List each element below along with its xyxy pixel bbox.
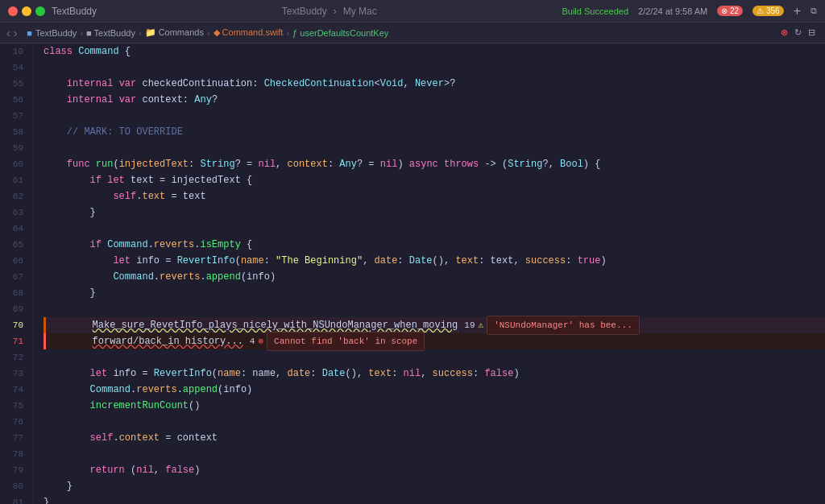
kw-class: class — [44, 43, 78, 60]
code-line-57 — [44, 108, 825, 124]
tab-label[interactable]: TextBuddy — [282, 6, 327, 17]
ln-80: 80 — [6, 478, 23, 494]
toolbar-icon-split[interactable]: ⊟ — [808, 27, 815, 38]
err-count-71: 4 — [250, 333, 255, 349]
err-icon-71: ⊗ — [258, 333, 263, 349]
ln-63: 63 — [6, 204, 23, 221]
nav-forward[interactable]: › — [14, 27, 18, 39]
breadcrumb-commands[interactable]: 📁 Commands — [145, 27, 204, 38]
ln-65: 65 — [6, 237, 23, 253]
code-line-55: internal var checkedContinuation: Checke… — [44, 76, 825, 92]
code-line-63: } — [44, 204, 825, 221]
tab-separator: › — [334, 6, 337, 17]
add-tab-button[interactable]: + — [794, 4, 801, 19]
toolbar-icon-refresh[interactable]: ↻ — [794, 27, 802, 38]
code-line-67: Command.reverts.append(info) — [44, 269, 825, 285]
titlebar-right: Build Succeeded 2/2/24 at 9:58 AM ⊗ 22 ⚠… — [562, 4, 817, 19]
ln-61: 61 — [6, 172, 23, 188]
breadcrumb-textbuddy[interactable]: TextBuddy — [35, 28, 77, 38]
ln-62: 62 — [6, 188, 23, 204]
ln-70: 70 — [6, 317, 23, 333]
titlebar-left: TextBuddy — [8, 6, 97, 17]
app-title: TextBuddy — [52, 6, 97, 17]
ln-56: 56 — [6, 92, 23, 108]
error-msg-71: Cannot find 'back' in scope — [267, 332, 425, 351]
code-line-66: let info = RevertInfo(name: "The Beginni… — [44, 253, 825, 269]
line-numbers: 10 54 55 56 57 58 59 60 61 62 63 64 65 6… — [0, 43, 34, 504]
code-line-61: if let text = injectedText { — [44, 172, 825, 188]
code-line-72 — [44, 349, 825, 366]
code-line-59 — [44, 140, 825, 156]
ln-71: 71 — [6, 333, 23, 349]
ln-10: 10 — [6, 43, 23, 60]
code-line-65: if Command.reverts.isEmpty { — [44, 237, 825, 253]
code-line-71: forward/back_in history... 4 ⊗ Cannot fi… — [44, 333, 825, 349]
code-line-78 — [44, 446, 825, 462]
code-line-64 — [44, 221, 825, 237]
maximize-button[interactable] — [35, 6, 45, 16]
error-badge: ⊗ 22 — [717, 6, 743, 16]
ln-69: 69 — [6, 301, 23, 317]
editor: 10 54 55 56 57 58 59 60 61 62 63 64 65 6… — [0, 43, 825, 504]
code-line-54 — [44, 60, 825, 76]
code-line-81: } — [44, 494, 825, 504]
breadcrumb-sep-3: › — [207, 28, 210, 38]
build-status: Build Succeeded — [562, 6, 628, 16]
code-line-58: // MARK: TO OVERRIDE — [44, 124, 825, 140]
ln-81: 81 — [6, 494, 23, 504]
ln-68: 68 — [6, 285, 23, 301]
code-line-79: return (nil, false) — [44, 462, 825, 478]
code-line-73: let info = RevertInfo(name: name, date: … — [44, 366, 825, 382]
code-line-69 — [44, 301, 825, 317]
breadcrumb-method[interactable]: ƒ userDefaultsCountKey — [292, 28, 388, 38]
nav-back[interactable]: ‹ — [6, 27, 10, 39]
titlebar: TextBuddy TextBuddy › My Mac Build Succe… — [0, 0, 825, 23]
traffic-lights[interactable] — [8, 6, 45, 16]
ln-76: 76 — [6, 414, 23, 430]
warn-icon-70: ⚠ — [479, 317, 484, 333]
close-button[interactable] — [8, 6, 18, 16]
breadcrumb-nav: ‹ › — [6, 27, 17, 39]
ln-54: 54 — [6, 60, 23, 76]
window-button[interactable]: ⧉ — [810, 6, 817, 16]
code-line-62: self.text = text — [44, 188, 825, 204]
code-line-76 — [44, 414, 825, 430]
warn-count-70: 19 — [464, 317, 475, 333]
code-line-56: internal var context: Any? — [44, 92, 825, 108]
code-line-75: incrementRunCount() — [44, 398, 825, 414]
error-msg-70: 'NSUndoManager' has bee... — [487, 316, 640, 335]
ln-78: 78 — [6, 446, 23, 462]
code-line-70: Make_sure_RevetInfo_plays_nicely_with_NS… — [44, 317, 825, 333]
ln-60: 60 — [6, 156, 23, 172]
ln-58: 58 — [6, 124, 23, 140]
ln-72: 72 — [6, 349, 23, 366]
breadcrumb-bar: ‹ › ■ TextBuddy › ■ TextBuddy › 📁 Comman… — [0, 23, 825, 43]
build-date: 2/2/24 at 9:58 AM — [638, 6, 707, 16]
breadcrumb-sep-1: › — [80, 28, 83, 38]
titlebar-center: TextBuddy › My Mac — [282, 6, 377, 17]
warning-badge: ⚠ 356 — [752, 6, 783, 16]
ln-59: 59 — [6, 140, 23, 156]
ln-64: 64 — [6, 221, 23, 237]
toolbar-icon-error[interactable]: ⊗ — [781, 27, 788, 38]
ln-77: 77 — [6, 430, 23, 446]
error-widget-70: 19 ⚠ 'NSUndoManager' has bee... — [464, 316, 639, 335]
ln-67: 67 — [6, 269, 23, 285]
minimize-button[interactable] — [22, 6, 31, 16]
code-line-74: Command.reverts.append(info) — [44, 382, 825, 398]
breadcrumb-textbuddy-icon: ■ — [27, 28, 32, 38]
tab-suffix: My Mac — [343, 6, 377, 17]
code-area[interactable]: class Command { internal var checkedCont… — [34, 43, 825, 504]
code-line-80: } — [44, 478, 825, 494]
code-line-60: func run(injectedText: String? = nil, co… — [44, 156, 825, 172]
breadcrumb-sep-4: › — [286, 28, 289, 38]
code-line-77: self.context = context — [44, 430, 825, 446]
ln-55: 55 — [6, 76, 23, 92]
code-line-10: class Command { — [44, 43, 825, 60]
ln-57: 57 — [6, 108, 23, 124]
ln-74: 74 — [6, 382, 23, 398]
code-line-68: } — [44, 285, 825, 301]
breadcrumb-command-swift[interactable]: ◆ Command.swift — [214, 27, 284, 38]
breadcrumb-textbuddy-2[interactable]: ■ TextBuddy — [86, 28, 135, 38]
ln-79: 79 — [6, 462, 23, 478]
